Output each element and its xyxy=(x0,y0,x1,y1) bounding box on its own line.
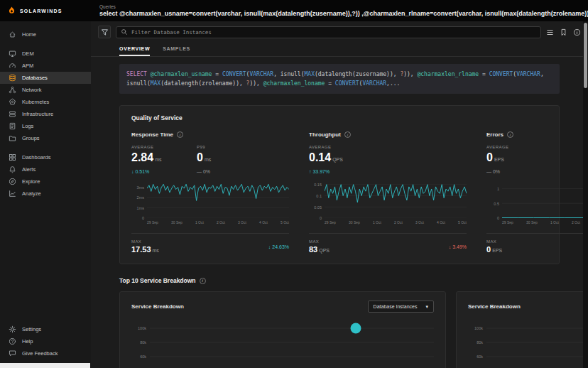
sidebar: Home DEM APM Databases Network Kubernete… xyxy=(0,21,91,368)
change-indicator: ↓ 3.49% xyxy=(449,244,467,249)
search-bar[interactable] xyxy=(116,26,541,38)
stat-unit: ms xyxy=(155,157,161,162)
vertical-scrollbar[interactable] xyxy=(583,21,588,368)
sidebar-item-label: Databases xyxy=(22,75,48,81)
sql-line: isnull(MAX(datalength(zrolename)), ?)), … xyxy=(126,79,552,88)
stat-label: AVERAGE xyxy=(309,145,374,149)
sidebar-item-kubernetes[interactable]: Kubernetes xyxy=(0,96,91,108)
sql-code-block[interactable]: SELECT @charmaxlen_usname = CONVERT(VARC… xyxy=(119,64,560,94)
info-icon[interactable]: i xyxy=(507,131,513,138)
max-value: 17.53ms xyxy=(131,245,159,254)
change-indicator: — 0% xyxy=(486,169,552,174)
logs-icon xyxy=(9,122,16,130)
sidebar-item-network[interactable]: Network xyxy=(0,84,91,96)
queries-label: Queries xyxy=(99,4,588,9)
sidebar-item-analyze[interactable]: Analyze xyxy=(0,188,91,200)
filter-button[interactable] xyxy=(98,26,111,38)
y-axis-labels: 0.150.10.050 xyxy=(309,181,325,218)
chevron-down-icon: ▾ xyxy=(425,304,428,310)
tab-samples[interactable]: SAMPLES xyxy=(163,46,190,56)
x-axis-labels: 29 Sep30 Sep1 Oct2 Oct3 Oct4 Oct5 Oct xyxy=(325,220,467,224)
metric-errors: Errors i AVERAGE 0EPS — 0% 10.50 xyxy=(486,131,588,254)
tab-overview[interactable]: OVERVIEW xyxy=(119,46,150,56)
breakdown-card-title: Service Breakdown xyxy=(131,303,184,310)
stat-unit: QPS xyxy=(332,157,343,162)
sidebar-item-settings[interactable]: Settings xyxy=(0,323,91,335)
kubernetes-icon xyxy=(9,98,16,106)
metric-response-time: Response Time i AVERAGE 2.84ms P99 0ms xyxy=(131,131,289,254)
tab-bar: OVERVIEW SAMPLES xyxy=(91,43,588,57)
response-time-chart[interactable] xyxy=(147,181,289,218)
y-axis-labels: 10.50 xyxy=(486,181,502,218)
sidebar-item-groups[interactable]: Groups xyxy=(0,132,91,144)
sidebar-item-alerts[interactable]: Alerts xyxy=(0,163,91,175)
stat-value: 2.84ms xyxy=(131,151,197,164)
breakdown-filter-dropdown[interactable]: Database Instances ▾ xyxy=(368,301,434,313)
scrollbar-thumb[interactable] xyxy=(584,23,587,88)
stat-value: 0ms xyxy=(197,151,262,164)
errors-chart[interactable] xyxy=(502,181,588,218)
view-list-icon[interactable] xyxy=(546,28,554,36)
sidebar-item-label: Infrastructure xyxy=(22,111,53,117)
stat-value: 0.14QPS xyxy=(309,151,374,164)
stat-unit: EPS xyxy=(494,157,504,162)
service-breakdown-chart[interactable] xyxy=(486,321,588,364)
query-header: Queries select @charmaxlen_usname=conver… xyxy=(91,4,588,17)
info-icon[interactable]: i xyxy=(344,131,351,138)
alerts-icon xyxy=(9,166,16,173)
database-icon xyxy=(9,74,16,82)
feedback-icon xyxy=(9,350,16,357)
y-axis-labels: 100k80k60k xyxy=(131,321,150,364)
analyze-icon xyxy=(9,190,16,197)
search-input[interactable] xyxy=(131,29,536,36)
y-axis-labels: 100k80k60k xyxy=(468,321,486,364)
sidebar-item-apm[interactable]: APM xyxy=(0,60,91,72)
service-breakdown-chart[interactable] xyxy=(150,321,434,364)
search-icon xyxy=(121,28,128,36)
sidebar-item-help[interactable]: Help xyxy=(0,335,91,347)
service-breakdown-card-left: Service Breakdown Database Instances ▾ 1… xyxy=(119,291,446,368)
sidebar-item-label: Alerts xyxy=(22,166,36,173)
help-icon xyxy=(9,337,16,345)
max-label: MAX xyxy=(486,239,502,244)
sidebar-item-label: Give Feedback xyxy=(22,350,58,357)
sidebar-item-infrastructure[interactable]: Infrastructure xyxy=(0,108,91,120)
throughput-chart[interactable] xyxy=(325,181,467,218)
sidebar-item-dem[interactable]: DEM xyxy=(0,48,91,60)
change-indicator: — 0% xyxy=(197,169,262,174)
sidebar-item-home[interactable]: Home xyxy=(0,28,91,40)
sidebar-item-databases[interactable]: Databases xyxy=(0,72,91,84)
sidebar-item-label: Analyze xyxy=(22,190,41,197)
sidebar-item-dashboards[interactable]: Dashboards xyxy=(0,151,91,163)
infrastructure-icon xyxy=(9,110,16,118)
main-panel: OVERVIEW SAMPLES SELECT @charmaxlen_usna… xyxy=(91,21,588,368)
info-icon[interactable]: i xyxy=(200,278,206,284)
home-icon xyxy=(9,31,16,38)
breakdown-card-title: Service Breakdown xyxy=(468,303,521,310)
dashboards-icon xyxy=(9,153,16,161)
quality-of-service-card: Quality of Service Response Time i AVERA… xyxy=(119,105,560,264)
stat-label: AVERAGE xyxy=(131,145,197,149)
stat-unit: ms xyxy=(205,157,211,162)
stat-label: AVERAGE xyxy=(486,145,552,149)
sidebar-bottom-strip xyxy=(0,363,90,368)
info-circle-icon[interactable] xyxy=(573,28,581,36)
solarwinds-logo[interactable]: SOLARWINDS xyxy=(0,6,91,16)
funnel-filter-icon xyxy=(101,28,109,36)
bookmark-icon[interactable] xyxy=(560,28,567,36)
sql-line: SELECT @charmaxlen_usname = CONVERT(VARC… xyxy=(126,70,552,79)
metric-throughput: Throughput i AVERAGE 0.14QPS ↑ 33.97% 0.… xyxy=(309,131,467,254)
sidebar-item-label: Kubernetes xyxy=(22,99,49,105)
network-icon xyxy=(9,86,16,94)
y-axis-labels: 3ms2ms1ms0 xyxy=(131,181,147,218)
sidebar-item-give-feedback[interactable]: Give Feedback xyxy=(0,347,91,359)
info-icon[interactable]: i xyxy=(177,131,183,138)
brand-text: SOLARWINDS xyxy=(20,9,62,13)
sidebar-item-label: Dashboards xyxy=(22,154,50,161)
query-title: select @charmaxlen_usname=convert(varcha… xyxy=(99,10,588,17)
sidebar-item-logs[interactable]: Logs xyxy=(0,120,91,132)
qos-card-title: Quality of Service xyxy=(131,114,548,121)
max-label: MAX xyxy=(309,239,330,244)
metric-title: Response Time xyxy=(131,131,173,138)
sidebar-item-explore[interactable]: Explore xyxy=(0,175,91,188)
